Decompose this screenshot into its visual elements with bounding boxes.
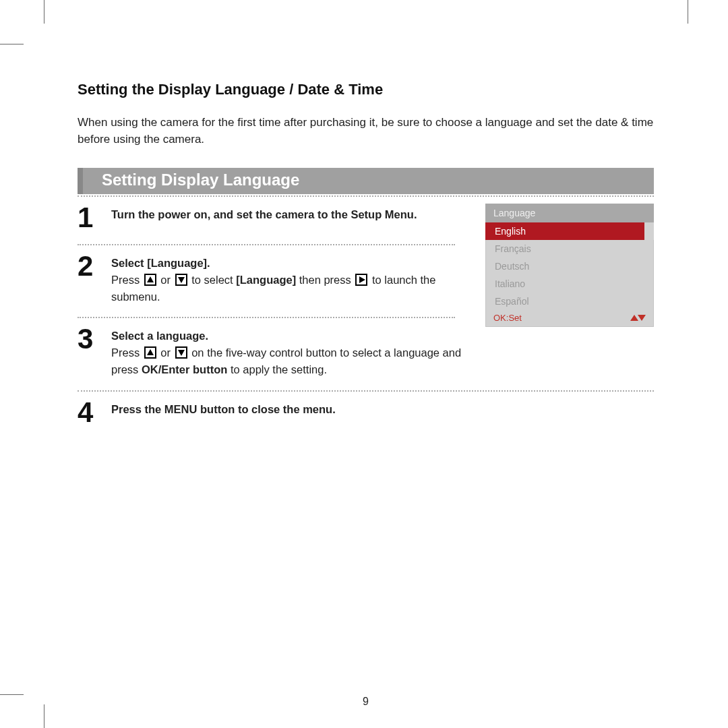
step-number: 4: [78, 398, 99, 427]
menu-footer-ok: OK:Set: [493, 313, 522, 323]
up-arrow-icon: [144, 274, 156, 286]
right-arrow-icon: [355, 274, 367, 286]
section-banner: Setting Display Language: [78, 168, 654, 194]
menu-header: Language: [485, 204, 654, 222]
up-arrow-icon: [144, 346, 156, 359]
page-number: 9: [44, 696, 688, 708]
page-title: Setting the Display Language / Date & Ti…: [78, 81, 654, 98]
camera-menu-screenshot: Language EnglishFrançaisDeutschItalianoE…: [485, 204, 654, 327]
step-3: 3 Select a language. Press or on the fiv…: [78, 318, 654, 390]
step-number: 2: [78, 252, 99, 280]
step-title: Select a language.: [111, 330, 208, 342]
step-number: 3: [78, 325, 99, 353]
down-arrow-icon: [175, 346, 187, 359]
step-number: 1: [78, 204, 99, 232]
intro-paragraph: When using the camera for the first time…: [78, 115, 654, 148]
menu-item: English: [485, 222, 644, 240]
down-arrow-icon: [175, 274, 187, 286]
selected-arrow-icon: [646, 227, 652, 235]
step-title: Turn the power on, and set the camera to…: [111, 208, 417, 220]
menu-nav-arrows: [630, 315, 646, 321]
menu-item: Deutsch: [485, 257, 654, 275]
menu-item: Español: [485, 293, 654, 310]
step-title: Select [Language].: [111, 257, 210, 269]
step-4: 4 Press the MENU button to close the men…: [78, 392, 654, 439]
nav-down-icon: [638, 315, 646, 321]
steps-container: 1 Turn the power on, and set the camera …: [78, 195, 654, 439]
menu-item: Italiano: [485, 275, 654, 293]
step-title: Press the MENU button to close the menu.: [111, 403, 336, 415]
menu-item: Français: [485, 240, 654, 257]
